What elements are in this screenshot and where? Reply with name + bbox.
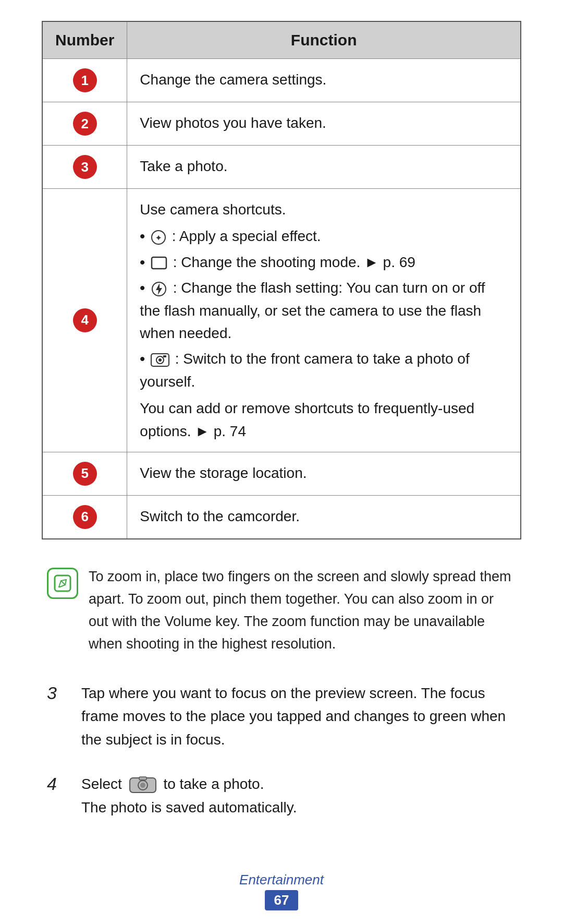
- shortcut-2-text: : Change the shooting mode. ► p. 69: [173, 254, 415, 270]
- number-badge-4: 4: [73, 308, 97, 332]
- table-cell-function-4: Use camera shortcuts. ✦ : Apply a specia…: [127, 189, 521, 452]
- step-4-after: to take a photo.: [163, 776, 264, 792]
- svg-rect-8: [55, 575, 70, 591]
- shortcut-item-1: ✦ : Apply a special effect.: [140, 225, 508, 247]
- note-text: To zoom in, place two fingers on the scr…: [89, 566, 516, 656]
- special-effect-icon: ✦: [151, 230, 166, 245]
- number-badge-2: 2: [73, 112, 97, 136]
- table-cell-number: 5: [42, 452, 127, 495]
- table-row: 6 Switch to the camcorder.: [42, 495, 521, 539]
- number-badge-3: 3: [73, 155, 97, 179]
- shortcuts-list: ✦ : Apply a special effect. : Change the…: [140, 225, 508, 393]
- table-cell-function-5: View the storage location.: [127, 452, 521, 495]
- shortcut-3-text: : Change the flash setting: You can turn…: [140, 280, 485, 341]
- shortcut-1-text: : Apply a special effect.: [172, 228, 321, 244]
- number-badge-5: 5: [73, 462, 97, 486]
- shortcut-item-4: : Switch to the front camera to take a p…: [140, 347, 508, 393]
- step-4-subtext: The photo is saved automatically.: [81, 799, 297, 815]
- table-cell-function-1: Change the camera settings.: [127, 59, 521, 102]
- step-3: 3 Tap where you want to focus on the pre…: [42, 682, 521, 752]
- svg-rect-2: [152, 257, 166, 269]
- shortcuts-outro: You can add or remove shortcuts to frequ…: [140, 400, 474, 439]
- svg-text:✦: ✦: [155, 234, 162, 242]
- shortcut-4-text: : Switch to the front camera to take a p…: [140, 351, 469, 389]
- shooting-mode-icon: [151, 256, 167, 270]
- table-cell-number: 6: [42, 495, 127, 539]
- shortcut-item-3: : Change the flash setting: You can turn…: [140, 277, 508, 344]
- table-cell-number: 2: [42, 102, 127, 146]
- table-header-number: Number: [42, 21, 127, 59]
- note-pencil-icon: [53, 573, 72, 593]
- step-4: 4 Select to take a photo. The photo is s…: [42, 773, 521, 820]
- table-row: 4 Use camera shortcuts. ✦ : Apply a spec…: [42, 189, 521, 452]
- svg-point-6: [158, 358, 162, 362]
- note-icon: [47, 568, 78, 599]
- step-4-content: Select to take a photo. The photo is sav…: [81, 773, 297, 820]
- step-4-before: Select: [81, 776, 122, 792]
- table-cell-function-3: Take a photo.: [127, 146, 521, 189]
- footer-label: Entertainment: [42, 872, 521, 888]
- page-footer: Entertainment 67: [42, 861, 521, 910]
- step-3-text: Tap where you want to focus on the previ…: [81, 685, 506, 748]
- table-header-function: Function: [127, 21, 521, 59]
- note-box: To zoom in, place two fingers on the scr…: [42, 566, 521, 656]
- step-3-number: 3: [47, 683, 73, 703]
- number-badge-1: 1: [73, 68, 97, 92]
- table-cell-number: 3: [42, 146, 127, 189]
- camera-shutter-icon: [129, 775, 157, 796]
- step-4-number: 4: [47, 774, 73, 794]
- table-row: 5 View the storage location.: [42, 452, 521, 495]
- flash-icon: [151, 281, 167, 297]
- function-table: Number Function 1 Change the camera sett…: [42, 21, 521, 539]
- table-row: 1 Change the camera settings.: [42, 59, 521, 102]
- svg-rect-7: [163, 355, 166, 357]
- table-row: 2 View photos you have taken.: [42, 102, 521, 146]
- front-camera-icon: [151, 352, 169, 368]
- step-3-content: Tap where you want to focus on the previ…: [81, 682, 516, 752]
- footer-page-number: 67: [265, 890, 299, 910]
- table-cell-function-2: View photos you have taken.: [127, 102, 521, 146]
- table-cell-number: 1: [42, 59, 127, 102]
- table-cell-number: 4: [42, 189, 127, 452]
- table-row: 3 Take a photo.: [42, 146, 521, 189]
- number-badge-6: 6: [73, 505, 97, 529]
- shortcuts-intro: Use camera shortcuts.: [140, 201, 286, 218]
- shortcut-item-2: : Change the shooting mode. ► p. 69: [140, 251, 508, 273]
- svg-point-11: [140, 783, 145, 788]
- svg-rect-12: [139, 777, 146, 780]
- table-cell-function-6: Switch to the camcorder.: [127, 495, 521, 539]
